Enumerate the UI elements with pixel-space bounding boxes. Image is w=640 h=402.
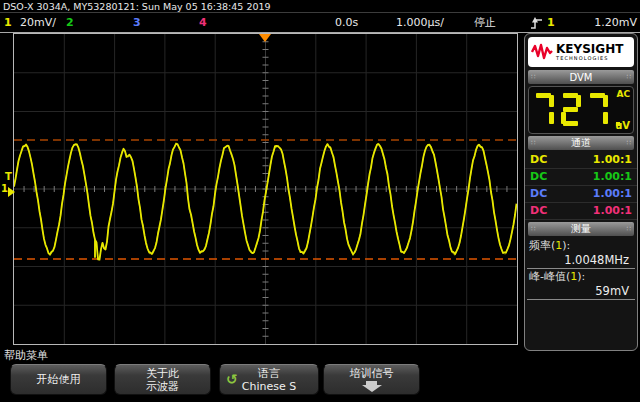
coupling-label: DC (530, 152, 547, 168)
help-menu-label: 帮助菜单 (4, 348, 48, 363)
dvm-header[interactable]: ∷ DVM ∷ (528, 70, 634, 84)
grip-icon: ∷ (627, 222, 631, 236)
time-offset-readout: 0.0s (335, 13, 358, 32)
coupling-label: DC (530, 169, 547, 185)
softkey-about-oscilloscope[interactable]: 关于此示波器 (114, 364, 211, 395)
channel-3-button[interactable]: 3 (133, 13, 141, 32)
channel-row-4[interactable]: DC 1.00:1 (525, 203, 637, 220)
softkey-training-signals[interactable]: 培训信号 (323, 364, 420, 395)
brand-name: KEYSIGHT (556, 43, 623, 55)
probe-ratio: 1.00:1 (593, 169, 632, 185)
dvm-seven-segment (532, 90, 624, 130)
measurement-value-frequency: 1.0048MHz (527, 253, 635, 269)
softkey-get-started[interactable]: 开始使用 (10, 364, 107, 395)
ground-arrow-icon (8, 187, 15, 197)
measurement-label-pkpk: 峰-峰值(1): (525, 269, 637, 284)
coupling-label: DC (530, 186, 547, 202)
channel-row-3[interactable]: DC 1.00:1 (525, 186, 637, 203)
channel-1-ground-marker[interactable]: 1 (1, 183, 8, 194)
status-toolbar: 1 20mV/ 2 3 4 0.0s 1.000µs/ 停止 1 1.20mV (0, 13, 640, 33)
channel-4-button[interactable]: 4 (199, 13, 207, 32)
title-bar: DSO-X 3034A, MY53280121: Sun May 05 16:3… (0, 0, 640, 13)
timebase-readout: 1.000µs/ (396, 13, 444, 32)
dvm-unit: uV (615, 120, 630, 131)
measurement-value-pkpk: 59mV (527, 284, 635, 300)
down-arrow-icon (362, 381, 382, 392)
softkey-language[interactable]: ↺ 语言Chinese S (219, 364, 319, 395)
probe-ratio: 1.00:1 (593, 203, 632, 219)
channels-header[interactable]: ∷ 通道 ∷ (528, 136, 634, 150)
measurement-label-frequency: 频率(1): (525, 238, 637, 253)
run-state-indicator: 停止 (474, 13, 496, 32)
grip-icon: ∷ (627, 136, 631, 150)
probe-ratio: 1.00:1 (593, 152, 632, 168)
grip-icon: ∷ (627, 70, 631, 84)
channel-1-button[interactable]: 1 (4, 13, 12, 32)
coupling-label: DC (530, 203, 547, 219)
cycle-icon: ↺ (226, 372, 238, 386)
trigger-position-marker[interactable] (259, 34, 271, 42)
device-title: DSO-X 3034A, MY53280121: Sun May 05 16:3… (3, 1, 271, 12)
dvm-mode: AC (616, 89, 630, 99)
dvm-display: AC uV (528, 86, 634, 134)
edge-trigger-icon (530, 16, 543, 30)
probe-ratio: 1.00:1 (593, 186, 632, 202)
graticule (13, 33, 518, 345)
oscilloscope-screen: DSO-X 3034A, MY53280121: Sun May 05 16:3… (0, 0, 640, 402)
waveform-canvas (14, 34, 517, 344)
channel-1-scale[interactable]: 20mV/ (20, 13, 56, 32)
channel-row-2[interactable]: DC 1.00:1 (525, 169, 637, 186)
trigger-level-marker[interactable]: T (5, 171, 12, 182)
trigger-source-indicator: 1 (547, 13, 555, 32)
keysight-logo: KEYSIGHT TECHNOLOGIES (528, 37, 634, 67)
channel-row-1[interactable]: DC 1.00:1 (525, 152, 637, 169)
trigger-level-readout: 1.20mV (565, 13, 637, 32)
keysight-logo-icon (531, 43, 553, 61)
measurements-header[interactable]: ∷ 测量 ∷ (528, 222, 634, 236)
right-panel: KEYSIGHT TECHNOLOGIES ∷ DVM ∷ AC uV ∷ 通道… (524, 33, 638, 351)
channel-2-button[interactable]: 2 (66, 13, 74, 32)
